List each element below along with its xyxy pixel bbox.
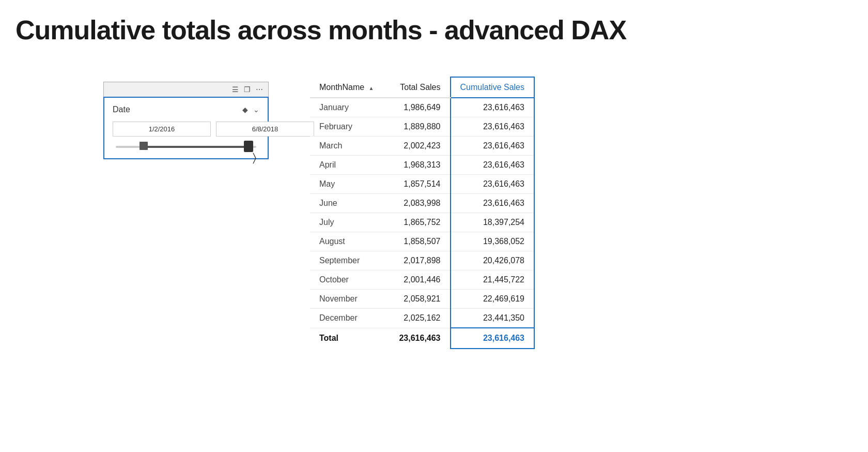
- slicer-date-range: [113, 122, 259, 137]
- cell-month: December: [310, 309, 383, 328]
- table-row: July1,865,75218,397,254: [310, 213, 534, 232]
- cell-cumulative-sales: 23,616,463: [451, 194, 535, 213]
- cell-cumulative-sales: 21,445,722: [451, 270, 535, 290]
- table-row: March2,002,42323,616,463: [310, 137, 534, 156]
- cell-cumulative-sales: 23,441,350: [451, 309, 535, 328]
- cell-cumulative-sales: 23,616,463: [451, 137, 535, 156]
- total-cumulative-value: 23,616,463: [451, 328, 535, 349]
- more-icon[interactable]: ⋯: [256, 85, 263, 94]
- cell-month: October: [310, 270, 383, 290]
- start-date-input[interactable]: [113, 122, 211, 137]
- eraser-icon[interactable]: ◆: [242, 106, 248, 114]
- slider-thumb-right[interactable]: [244, 141, 253, 152]
- table-row: May1,857,51423,616,463: [310, 175, 534, 194]
- table-total-row: Total 23,616,463 23,616,463: [310, 328, 534, 349]
- table-container: MonthName ▲ Total Sales Cumulative Sales…: [310, 77, 535, 349]
- slicer-label: Date: [113, 105, 130, 114]
- cell-month: March: [310, 137, 383, 156]
- data-table: MonthName ▲ Total Sales Cumulative Sales…: [310, 77, 535, 349]
- cell-month: April: [310, 156, 383, 175]
- cell-month: July: [310, 213, 383, 232]
- sort-icon-month[interactable]: ▲: [369, 85, 374, 91]
- slider-thumb-left[interactable]: [140, 142, 148, 150]
- slider-fill: [144, 146, 249, 148]
- cell-total-sales: 2,017,898: [383, 251, 451, 270]
- cursor-hand-icon: 〉: [253, 151, 256, 164]
- cell-total-sales: 1,865,752: [383, 213, 451, 232]
- slicer-toolbar: ☰ ❐ ⋯: [103, 82, 269, 97]
- cell-cumulative-sales: 23,616,463: [451, 156, 535, 175]
- col-header-total-sales: Total Sales: [383, 77, 451, 98]
- expand-icon[interactable]: ❐: [244, 85, 251, 94]
- end-date-input[interactable]: [216, 122, 314, 137]
- slider-track: 〉: [116, 146, 256, 148]
- table-header-row: MonthName ▲ Total Sales Cumulative Sales: [310, 77, 534, 98]
- page-title: Cumulative totals across months - advanc…: [0, 0, 868, 56]
- cell-total-sales: 1,889,880: [383, 117, 451, 137]
- table-row: August1,858,50719,368,052: [310, 232, 534, 251]
- slicer-body: Date ◆ ⌄ 〉: [103, 97, 269, 159]
- cell-cumulative-sales: 23,616,463: [451, 98, 535, 117]
- table-row: February1,889,88023,616,463: [310, 117, 534, 137]
- cell-cumulative-sales: 19,368,052: [451, 232, 535, 251]
- cell-total-sales: 2,025,162: [383, 309, 451, 328]
- table-row: December2,025,16223,441,350: [310, 309, 534, 328]
- cell-cumulative-sales: 18,397,254: [451, 213, 535, 232]
- total-sales-value: 23,616,463: [383, 328, 451, 349]
- content-area: ☰ ❐ ⋯ Date ◆ ⌄ 〉: [0, 56, 868, 359]
- cell-month: February: [310, 117, 383, 137]
- cell-month: September: [310, 251, 383, 270]
- cell-total-sales: 1,858,507: [383, 232, 451, 251]
- cell-total-sales: 2,083,998: [383, 194, 451, 213]
- table-body: January1,986,64923,616,463February1,889,…: [310, 98, 534, 328]
- cell-month: June: [310, 194, 383, 213]
- chevron-down-icon[interactable]: ⌄: [253, 106, 259, 114]
- cell-cumulative-sales: 23,616,463: [451, 117, 535, 137]
- cell-month: January: [310, 98, 383, 117]
- cell-total-sales: 1,986,649: [383, 98, 451, 117]
- cell-month: November: [310, 290, 383, 309]
- table-row: September2,017,89820,426,078: [310, 251, 534, 270]
- col-header-cumulative-sales: Cumulative Sales: [451, 77, 535, 98]
- cell-cumulative-sales: 23,616,463: [451, 175, 535, 194]
- slicer-header: Date ◆ ⌄: [113, 105, 259, 114]
- cell-month: May: [310, 175, 383, 194]
- hamburger-icon[interactable]: ☰: [232, 85, 239, 94]
- cell-total-sales: 2,058,921: [383, 290, 451, 309]
- table-row: April1,968,31323,616,463: [310, 156, 534, 175]
- cell-total-sales: 2,001,446: [383, 270, 451, 290]
- cell-total-sales: 1,968,313: [383, 156, 451, 175]
- cell-total-sales: 1,857,514: [383, 175, 451, 194]
- table-row: June2,083,99823,616,463: [310, 194, 534, 213]
- table-row: January1,986,64923,616,463: [310, 98, 534, 117]
- slicer-header-icons: ◆ ⌄: [242, 106, 259, 114]
- table-row: November2,058,92122,469,619: [310, 290, 534, 309]
- table-row: October2,001,44621,445,722: [310, 270, 534, 290]
- total-label: Total: [310, 328, 383, 349]
- date-slicer: ☰ ❐ ⋯ Date ◆ ⌄ 〉: [103, 82, 269, 159]
- cell-total-sales: 2,002,423: [383, 137, 451, 156]
- cell-month: August: [310, 232, 383, 251]
- cell-cumulative-sales: 20,426,078: [451, 251, 535, 270]
- cell-cumulative-sales: 22,469,619: [451, 290, 535, 309]
- col-header-month: MonthName ▲: [310, 77, 383, 98]
